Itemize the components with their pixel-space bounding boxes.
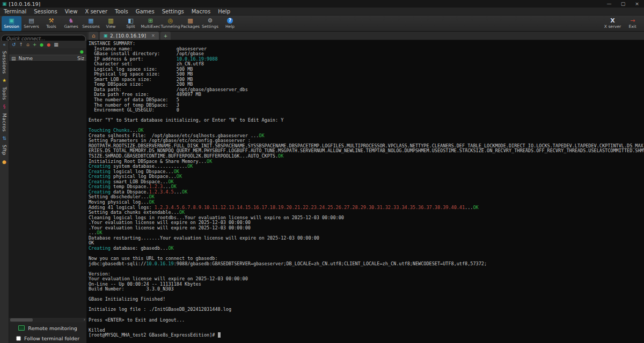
toolbar-view-button[interactable]: ▥ View: [101, 16, 121, 31]
parent-dir-icon[interactable]: ↑: [19, 42, 24, 47]
tab-label: 2. [10.0.16.19]: [110, 33, 146, 39]
toolbar-games-button[interactable]: ♞ Games: [61, 16, 81, 31]
status-dot-icon: ●: [2, 159, 6, 165]
menu-view[interactable]: View: [61, 8, 82, 16]
tab-bar: ⌂ ▣ 2. [10.0.16.19] × +: [87, 32, 644, 40]
toolbar-tools-button[interactable]: ⚒ Tools: [41, 16, 61, 31]
toolbar-sessions-button[interactable]: ▦ Sessions: [81, 16, 101, 31]
terminal-output[interactable]: INSTANCE SUMMARY: Instance name: gbasese…: [87, 40, 644, 343]
disconnect-icon[interactable]: ●: [47, 42, 50, 47]
terminal-line: .Your evaluation license will expire on …: [89, 226, 644, 231]
window-title: [10.0.16.19]: [9, 1, 41, 7]
toolbar-settings-button[interactable]: ⚙ Settings: [200, 16, 220, 31]
tab-session-active[interactable]: ▣ 2. [10.0.16.19] ×: [100, 32, 158, 40]
terminal-line: jdbc:gbasedbt-sqli://10.0.16.19:9088/gba…: [89, 262, 644, 267]
refresh-icon[interactable]: ↺: [12, 42, 16, 47]
tab-new[interactable]: +: [160, 32, 171, 40]
side-tab-sftp[interactable]: Sftp: [2, 145, 7, 155]
terminal-line: Database restarting.......Your evaluatio…: [89, 236, 644, 241]
terminal-line: Build Number: 3.3.0_N303: [89, 287, 644, 292]
collapse-sidebar-icon[interactable]: «: [3, 42, 6, 47]
terminal-line: [root@MYSQL_MHA_test2 GBase8s_ExpressEdi…: [89, 333, 644, 338]
terminal-line: Creating data Dbspace.1.2.3.4.5...OK: [89, 190, 644, 195]
sftp-icon[interactable]: ⇅: [2, 136, 6, 141]
left-pane: « Sessions ★ Tools § Macros ⇅ Sftp ● ↺ ↑…: [0, 32, 87, 343]
terminal-line: Enter "Y" to Start database initializing…: [89, 118, 644, 123]
follow-terminal-folder-row: Follow terminal folder: [9, 334, 86, 343]
content-area: ⌂ ▣ 2. [10.0.16.19] × + INSTANCE SUMMARY…: [87, 32, 644, 343]
menu-xserver[interactable]: X server: [81, 8, 111, 16]
tools-icon: ⚒: [49, 18, 54, 24]
horizontal-scrollbar[interactable]: ›: [9, 317, 86, 322]
toolbar-xserver-button[interactable]: X X server: [603, 16, 623, 31]
terminal-line: Setting dbscheduler...OK: [89, 195, 644, 200]
toolbar: ▣ Session ▤ Servers ⚒ Tools ♞ Games ▦ Se…: [0, 16, 644, 32]
tunneling-icon: ◎: [168, 18, 173, 24]
file-list-area[interactable]: [9, 62, 86, 317]
menu-games[interactable]: Games: [132, 8, 158, 16]
games-icon: ♞: [69, 18, 74, 24]
side-tab-macros[interactable]: Macros: [2, 113, 7, 132]
side-tab-tools[interactable]: Tools: [2, 87, 7, 100]
view-grid-icon[interactable]: ▦: [54, 42, 58, 47]
connection-indicator-icon: ●: [80, 49, 84, 54]
side-tab-sessions[interactable]: Sessions: [2, 51, 7, 74]
terminal-line: Initialize log file : ./InitGBaseDB_2024…: [89, 307, 644, 312]
terminal-line: [89, 323, 644, 328]
toolbar-packages-button[interactable]: ▩ Packages: [180, 16, 200, 31]
toolbar-exit-button[interactable]: → Exit: [623, 16, 642, 31]
sftp-status-row: ●: [9, 48, 86, 55]
terminal-tab-icon: ▣: [104, 33, 108, 38]
scroll-right-icon[interactable]: ›: [84, 318, 85, 322]
menu-tools[interactable]: Tools: [111, 8, 132, 16]
toolbar-split-button[interactable]: ◧ Split: [121, 16, 141, 31]
settings-icon: ⚙: [208, 18, 213, 24]
home-dir-icon[interactable]: ⌂: [26, 42, 30, 47]
macros-icon[interactable]: §: [3, 104, 6, 109]
connect-status-icon[interactable]: ●: [40, 42, 43, 47]
file-list-header[interactable]: ▤ Name Siz: [9, 55, 86, 62]
toolbar-tools-label: Tools: [46, 24, 56, 29]
sessions-icon: ▦: [88, 18, 93, 24]
name-column-header[interactable]: Name: [19, 56, 33, 61]
size-column-header[interactable]: Siz: [77, 56, 84, 61]
quick-connect-bar: [0, 32, 87, 41]
terminal-line: [89, 292, 644, 297]
exit-icon: →: [630, 18, 635, 24]
toolbar-sessions-label: Sessions: [82, 24, 100, 29]
xserver-icon: X: [610, 18, 614, 24]
scrollbar-thumb[interactable]: [10, 318, 33, 322]
menu-terminal[interactable]: Terminal: [0, 8, 30, 16]
new-tab-plus-icon: +: [164, 33, 168, 39]
menu-sessions[interactable]: Sessions: [30, 8, 61, 16]
toolbar-multiexec-button[interactable]: ⊞ MultiExec: [141, 16, 160, 31]
menu-bar: Terminal Sessions View X server Tools Ga…: [0, 8, 644, 16]
terminal-line: [89, 266, 644, 272]
toolbar-split-label: Split: [126, 24, 135, 29]
new-folder-icon[interactable]: +: [33, 42, 37, 47]
favorites-star-icon[interactable]: ★: [2, 78, 6, 83]
menu-settings[interactable]: Settings: [158, 8, 188, 16]
follow-terminal-folder-checkbox[interactable]: [16, 336, 21, 341]
toolbar-help-button[interactable]: ? Help: [220, 16, 240, 31]
menu-macros[interactable]: Macros: [188, 8, 214, 16]
toolbar-session-label: Session: [4, 24, 19, 29]
terminal-line: Creating database: gbasedb...OK: [89, 246, 644, 251]
tab-close-icon[interactable]: ×: [151, 33, 155, 38]
toolbar-session-button[interactable]: ▣ Session: [2, 16, 21, 31]
toolbar-tunneling-button[interactable]: ◎ Tunneling: [160, 16, 180, 31]
main-area: « Sessions ★ Tools § Macros ⇅ Sftp ● ↺ ↑…: [0, 32, 644, 343]
menu-help[interactable]: Help: [214, 8, 234, 16]
tab-home[interactable]: ⌂: [89, 32, 98, 40]
remote-monitoring-button[interactable]: Remote monitoring: [9, 322, 86, 334]
split-icon: ◧: [128, 18, 133, 24]
minimize-button[interactable]: —: [602, 0, 616, 8]
toolbar-servers-button[interactable]: ▤ Servers: [21, 16, 41, 31]
maximize-button[interactable]: ▢: [616, 0, 630, 8]
window-controls: — ▢ ×: [602, 0, 644, 8]
close-button[interactable]: ×: [630, 0, 644, 8]
title-bar: ▣ [10.0.16.19] — ▢ ×: [0, 0, 644, 8]
remote-monitoring-icon: [18, 325, 25, 331]
list-icon: ▤: [11, 56, 16, 61]
terminal-line: [89, 123, 644, 129]
